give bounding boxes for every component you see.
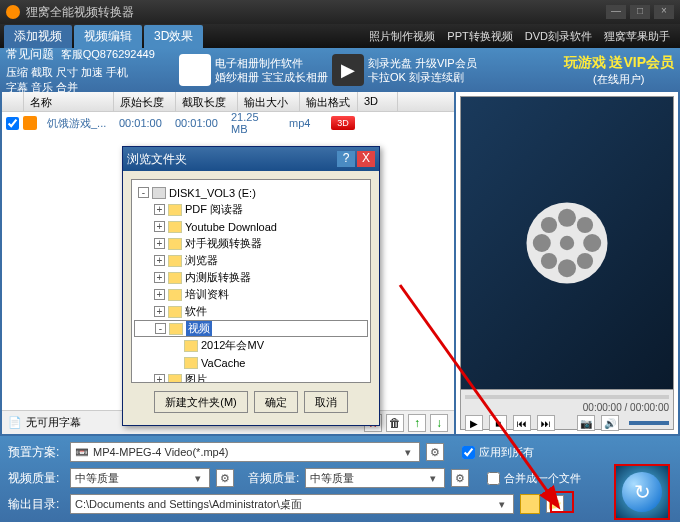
tab-3d-effect[interactable]: 3D效果: [144, 25, 203, 48]
subtitle-icon: 📄: [8, 416, 22, 429]
tree-node[interactable]: -DISK1_VOL3 (E:): [134, 184, 368, 201]
volume-slider[interactable]: [629, 421, 669, 425]
col-name[interactable]: 名称: [24, 92, 114, 111]
col-cut[interactable]: 截取长度: [176, 92, 238, 111]
video-quality-select[interactable]: 中等质量▾: [70, 468, 210, 488]
col-check[interactable]: [2, 92, 24, 111]
tree-node[interactable]: +Youtube Download: [134, 218, 368, 235]
close-button[interactable]: ×: [654, 5, 674, 19]
preset-select[interactable]: 📼MP4-MPEG-4 Video(*.mp4)▾: [70, 442, 420, 462]
convert-button[interactable]: ↻: [614, 464, 670, 520]
maximize-button[interactable]: □: [630, 5, 650, 19]
move-down-button[interactable]: ↓: [430, 414, 448, 432]
tab-add-video[interactable]: 添加视频: [4, 25, 72, 48]
video-preview[interactable]: [460, 96, 674, 390]
col-3d[interactable]: 3D: [358, 92, 398, 111]
tab-video-edit[interactable]: 视频编辑: [74, 25, 142, 48]
apply-all-checkbox[interactable]: [462, 446, 475, 459]
next-button[interactable]: ⏭: [537, 415, 555, 431]
clear-button[interactable]: 🗑: [386, 414, 404, 432]
cell-cut: 00:01:00: [169, 117, 225, 129]
tree-toggle-icon[interactable]: -: [138, 187, 149, 198]
move-up-button[interactable]: ↑: [408, 414, 426, 432]
faq-links-1[interactable]: 压缩 截取 尺寸 加速 手机: [6, 65, 155, 80]
tree-toggle-icon[interactable]: +: [154, 272, 165, 283]
tree-toggle-icon[interactable]: [170, 357, 181, 368]
tree-node[interactable]: -视频: [134, 320, 368, 337]
tree-node[interactable]: VaCache: [134, 354, 368, 371]
tree-toggle-icon[interactable]: +: [154, 204, 165, 215]
tree-node-label: VaCache: [201, 357, 245, 369]
prev-button[interactable]: ⏮: [513, 415, 531, 431]
output-path[interactable]: C:\Documents and Settings\Administrator\…: [70, 494, 514, 514]
dialog-help-button[interactable]: ?: [337, 151, 355, 167]
aq-label: 音频质量:: [248, 470, 299, 487]
tree-toggle-icon[interactable]: -: [155, 323, 166, 334]
ad2-line1[interactable]: 刻录光盘 升级VIP会员: [368, 56, 477, 70]
svg-point-5: [583, 234, 601, 252]
table-row[interactable]: 饥饿游戏_... 00:01:00 00:01:00 21.25 MB mp4 …: [2, 112, 454, 134]
tree-node-label: 浏览器: [185, 253, 218, 268]
dialog-close-button[interactable]: X: [357, 151, 375, 167]
play-button[interactable]: ▶: [465, 415, 483, 431]
output-settings: 预置方案: 📼MP4-MPEG-4 Video(*.mp4)▾ ⚙ 应用到所有 …: [0, 436, 680, 522]
faq-title[interactable]: 常见问题: [6, 47, 54, 61]
tree-toggle-icon[interactable]: +: [154, 289, 165, 300]
row-checkbox[interactable]: [6, 117, 19, 130]
col-orig[interactable]: 原始长度: [114, 92, 176, 111]
svg-point-2: [558, 209, 576, 227]
tree-node[interactable]: +内测版转换器: [134, 269, 368, 286]
tree-node[interactable]: +软件: [134, 303, 368, 320]
qq-contact[interactable]: 客服QQ876292449: [61, 48, 155, 60]
preset-config-button[interactable]: ⚙: [426, 443, 444, 461]
cancel-button[interactable]: 取消: [304, 391, 348, 413]
folder-icon: [168, 255, 182, 267]
folder-icon: [168, 272, 182, 284]
audio-quality-select[interactable]: 中等质量▾: [305, 468, 445, 488]
aq-config-button[interactable]: ⚙: [451, 469, 469, 487]
col-fmt[interactable]: 输出格式: [300, 92, 358, 111]
vip-title[interactable]: 玩游戏 送VIP会员: [564, 54, 674, 72]
tree-toggle-icon[interactable]: +: [154, 221, 165, 232]
tree-node[interactable]: +对手视频转换器: [134, 235, 368, 252]
tree-toggle-icon[interactable]: +: [154, 255, 165, 266]
folder-icon: [168, 221, 182, 233]
tree-toggle-icon[interactable]: +: [154, 374, 165, 383]
ad2-line2[interactable]: 卡拉OK 刻录连续剧: [368, 70, 477, 84]
merge-checkbox[interactable]: [487, 472, 500, 485]
tree-node[interactable]: +培训资料: [134, 286, 368, 303]
promo-link[interactable]: PPT转换视频: [441, 29, 518, 44]
tree-node[interactable]: +PDF 阅读器: [134, 201, 368, 218]
seek-bar[interactable]: [465, 395, 669, 399]
promo-link[interactable]: 狸窝苹果助手: [598, 29, 676, 44]
tree-node[interactable]: +图片: [134, 371, 368, 383]
ad1-line2[interactable]: 婚纱相册 宝宝成长相册: [215, 70, 328, 84]
stop-button[interactable]: ■: [489, 415, 507, 431]
browse-output-button[interactable]: [520, 494, 540, 514]
snapshot-button[interactable]: 📷: [577, 415, 595, 431]
tree-node-label: DISK1_VOL3 (E:): [169, 187, 256, 199]
tree-node[interactable]: +浏览器: [134, 252, 368, 269]
tree-toggle-icon[interactable]: [170, 340, 181, 351]
preview-panel: 00:00:00 / 00:00:00 ▶ ■ ⏮ ⏭ 📷 🔊: [456, 92, 680, 436]
new-folder-button[interactable]: 新建文件夹(M): [154, 391, 248, 413]
folder-tree[interactable]: -DISK1_VOL3 (E:)+PDF 阅读器+Youtube Downloa…: [131, 179, 371, 383]
folder-icon: [168, 204, 182, 216]
open-folder-button[interactable]: 📂: [546, 495, 564, 513]
ok-button[interactable]: 确定: [254, 391, 298, 413]
cell-orig: 00:01:00: [113, 117, 169, 129]
ad1-line1[interactable]: 电子相册制作软件: [215, 56, 328, 70]
vq-config-button[interactable]: ⚙: [216, 469, 234, 487]
volume-icon[interactable]: 🔊: [601, 415, 619, 431]
col-size[interactable]: 输出大小: [238, 92, 300, 111]
promo-link[interactable]: 照片制作视频: [363, 29, 441, 44]
apply-all-label: 应用到所有: [479, 445, 534, 460]
tree-toggle-icon[interactable]: +: [154, 238, 165, 249]
tree-node[interactable]: 2012年会MV: [134, 337, 368, 354]
subtitle-text: 无可用字幕: [26, 415, 81, 430]
minimize-button[interactable]: —: [606, 5, 626, 19]
promo-link[interactable]: DVD刻录软件: [519, 29, 598, 44]
tree-toggle-icon[interactable]: +: [154, 306, 165, 317]
badge-3d[interactable]: 3D: [331, 116, 355, 130]
folder-icon: [168, 374, 182, 384]
